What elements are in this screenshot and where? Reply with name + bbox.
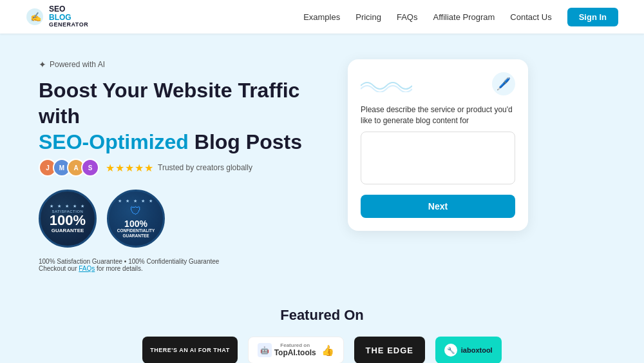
avatar-4: S <box>81 159 99 177</box>
topai-name: TopAI.tools <box>274 349 316 357</box>
hero-title-line1: Boost Your Website Traffic with <box>39 79 299 128</box>
wave-decoration <box>361 76 412 92</box>
satisfaction-badge: ★ ★ ★ ★ ★ SATISFACTION 100% GUARANTEE <box>39 190 97 248</box>
hero-left: ✦ Powered with AI Boost Your Website Tra… <box>39 59 322 275</box>
avatar-group: J M A S <box>39 159 99 177</box>
badge-guarantee-label: GUARANTEE <box>52 228 84 234</box>
signin-button-container: Sign In <box>567 8 618 26</box>
confidentiality-stars: ★ ★ ★ ★ ★ <box>118 199 154 204</box>
trust-badges: ★ ★ ★ ★ ★ SATISFACTION 100% GUARANTEE ★ … <box>39 190 322 248</box>
confidentiality-badge: ★ ★ ★ ★ ★ 🛡 100% CONFIDENTIALITYGUARANTE… <box>107 190 165 248</box>
featured-logos-row: THERE'S AN AI FOR THAT 🤖 Featured on Top… <box>26 337 618 363</box>
powered-text: Powered with AI <box>50 60 105 69</box>
confidentiality-label: CONFIDENTIALITYGUARANTEE <box>115 228 158 239</box>
svg-text:✍: ✍ <box>30 12 42 23</box>
topai-logo: 🤖 Featured on TopAI.tools 👍 <box>258 343 334 357</box>
topai-icon: 🤖 <box>258 343 272 357</box>
iaboxtool-icon: 🔧 <box>444 344 457 357</box>
form-label: Please describe the service or product y… <box>361 104 515 126</box>
nav-item-faqs[interactable]: FAQs <box>397 11 418 23</box>
navbar: ✍ SEO BLOG GENERATOR Examples Pricing FA… <box>0 0 644 34</box>
nav-link-affiliate[interactable]: Affiliate Program <box>433 12 495 22</box>
featured-topai: 🤖 Featured on TopAI.tools 👍 <box>248 337 344 363</box>
logo-icon: ✍ <box>26 8 44 26</box>
guarantee-text: 100% Satisfaction Guarantee • 100% Confi… <box>39 258 322 272</box>
stars-group: ★★★★★ Trusted by creators globally <box>106 162 252 174</box>
social-proof: J M A S ★★★★★ Trusted by creators global… <box>39 159 322 177</box>
topai-text-group: Featured on TopAI.tools <box>274 343 316 357</box>
signin-button[interactable]: Sign In <box>567 8 618 26</box>
featured-iaboxtool: 🔧 iaboxtool <box>435 337 502 363</box>
trust-text: Trusted by creators globally <box>158 163 252 172</box>
iaboxtool-text: iaboxtool <box>461 346 493 354</box>
next-button[interactable]: Next <box>361 195 515 218</box>
powered-badge: ✦ Powered with AI <box>39 59 322 70</box>
nav-links: Examples Pricing FAQs Affiliate Program … <box>303 8 618 26</box>
card-logo: 🖊️ <box>492 72 515 95</box>
card-header: 🖊️ <box>361 72 515 95</box>
badge-stars-top: ★ ★ ★ ★ ★ <box>50 204 86 209</box>
badge-percent: 100% <box>50 213 86 228</box>
edge-text: THE EDGE <box>366 346 413 355</box>
form-card: 🖊️ Please describe the service or produc… <box>348 59 528 231</box>
featured-edge: THE EDGE <box>354 337 425 363</box>
ai-sparkle-icon: ✦ <box>39 59 46 70</box>
blog-description-input[interactable] <box>361 132 515 184</box>
theresanai-text: THERE'S AN AI FOR THAT <box>150 347 229 353</box>
hero-title-blue: SEO-Optimized <box>39 130 189 153</box>
logo-generator: GENERATOR <box>49 22 88 28</box>
nav-link-examples[interactable]: Examples <box>303 12 340 22</box>
nav-item-examples[interactable]: Examples <box>303 11 340 23</box>
nav-link-faqs[interactable]: FAQs <box>397 12 418 22</box>
hero-title-black: Blog Posts <box>194 130 302 153</box>
logo: ✍ SEO BLOG GENERATOR <box>26 5 88 28</box>
nav-item-pricing[interactable]: Pricing <box>355 11 381 23</box>
nav-item-affiliate[interactable]: Affiliate Program <box>433 11 495 23</box>
nav-link-pricing[interactable]: Pricing <box>355 12 381 22</box>
nav-item-contact[interactable]: Contact Us <box>510 11 551 23</box>
featured-theresanai: THERE'S AN AI FOR THAT <box>142 337 237 363</box>
shield-icon: 🛡 <box>130 204 142 218</box>
faq-link[interactable]: FAQs <box>79 265 95 272</box>
hero-title: Boost Your Website Traffic with SEO-Opti… <box>39 77 322 155</box>
confidentiality-percent: 100% <box>124 219 147 228</box>
nav-link-contact[interactable]: Contact Us <box>510 12 551 22</box>
main-content: ✦ Powered with AI Boost Your Website Tra… <box>0 34 644 294</box>
star-rating: ★★★★★ <box>106 162 154 174</box>
featured-title: Featured On <box>26 307 618 324</box>
featured-section: Featured On THERE'S AN AI FOR THAT 🤖 Fea… <box>0 294 644 363</box>
topai-emoji: 👍 <box>321 344 334 357</box>
